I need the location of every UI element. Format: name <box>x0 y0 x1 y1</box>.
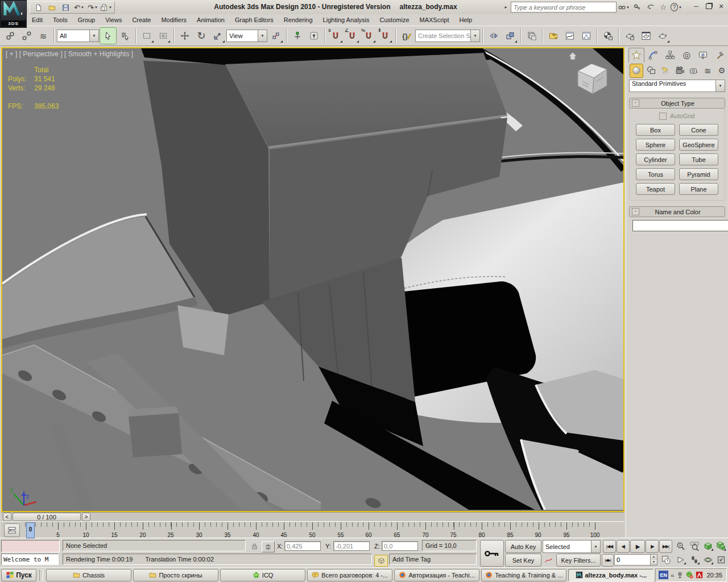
collapse-icon[interactable]: - <box>632 208 639 215</box>
timeline-ruler[interactable]: 0 0 5 10 15 20 25 30 35 40 45 50 55 60 6… <box>24 522 599 538</box>
menu-tools[interactable]: Tools <box>48 15 73 24</box>
menu-views[interactable]: Views <box>100 15 127 24</box>
key-mode-toggle[interactable]: |◀▶| <box>602 554 614 567</box>
z-coordinate-field[interactable] <box>382 541 418 551</box>
select-by-name-icon[interactable] <box>117 28 133 44</box>
tray-collapse-icon[interactable]: « <box>671 572 674 579</box>
tray-icq-status-icon[interactable] <box>686 571 693 579</box>
go-to-end-button[interactable]: ▶▶| <box>659 540 672 553</box>
zoom-icon[interactable] <box>675 540 687 552</box>
key-filter-scope-dropdown[interactable]: Selected <box>543 540 601 553</box>
save-file-button[interactable] <box>59 2 72 13</box>
window-crossing-toggle-icon[interactable] <box>155 28 171 44</box>
key-filters-button[interactable]: Key Filters... <box>556 554 601 567</box>
perspective-viewport[interactable]: [ + ] [ Perspective ] [ Smooth + Highlig… <box>1 47 624 512</box>
time-configuration-icon[interactable] <box>659 554 672 566</box>
taskbar-item-icq[interactable]: ICQ <box>220 569 305 581</box>
field-of-view-icon[interactable] <box>675 554 687 566</box>
menu-maxscript[interactable]: MAXScript <box>415 15 454 24</box>
selection-lock-icon[interactable] <box>249 541 259 551</box>
zoom-extents-all-icon[interactable] <box>715 540 727 552</box>
cylinder-button[interactable]: Cylinder <box>636 153 675 165</box>
project-folder-button[interactable]: ▼ <box>100 2 113 13</box>
walk-through-icon[interactable] <box>688 554 701 566</box>
scene-explorer-icon[interactable] <box>545 28 561 44</box>
communication-center-icon[interactable] <box>644 2 656 13</box>
help-icon[interactable]: ?▼ <box>671 2 682 13</box>
isolate-cube-icon[interactable] <box>374 555 388 567</box>
cone-button[interactable]: Cone <box>679 124 718 136</box>
sphere-button[interactable]: Sphere <box>636 139 675 151</box>
menu-graph-editors[interactable]: Graph Editors <box>230 15 279 24</box>
category-space-warps[interactable]: ≋ <box>701 64 714 77</box>
collapse-icon[interactable]: - <box>632 99 639 107</box>
tube-button[interactable]: Tube <box>679 153 718 165</box>
use-pivot-point-center-icon[interactable] <box>268 28 284 44</box>
pyramid-button[interactable]: Pyramid <box>679 168 718 180</box>
tab-motion[interactable]: ◎ <box>679 48 694 63</box>
menu-group[interactable]: Group <box>73 15 101 24</box>
current-frame-marker[interactable]: 0 <box>26 522 35 538</box>
set-key-button[interactable]: Set Key <box>505 554 541 567</box>
selection-filter-dropdown[interactable]: All <box>57 30 99 42</box>
spinner-snap-icon[interactable]: ⇕ <box>377 28 393 44</box>
percent-snap-icon[interactable]: % <box>361 28 377 44</box>
keyboard-shortcut-override-icon[interactable] <box>306 28 322 44</box>
rectangular-selection-region-icon[interactable] <box>139 28 155 44</box>
object-category-dropdown[interactable]: Standard Primitives <box>629 80 725 92</box>
next-frame-arrow[interactable]: > <box>82 513 90 521</box>
named-selection-sets-dropdown[interactable]: Create Selection Se <box>415 30 480 42</box>
taskbar-item-chassis[interactable]: Chassis <box>46 569 131 581</box>
auto-key-button[interactable]: Auto Key <box>505 540 541 553</box>
geosphere-button[interactable]: GeoSphere <box>679 139 718 151</box>
search-icon[interactable]: ▼ <box>618 2 630 13</box>
angle-snap-icon[interactable]: ∠ <box>344 28 360 44</box>
tab-create[interactable] <box>628 48 644 63</box>
curve-editor-icon[interactable] <box>562 28 578 44</box>
menu-edit[interactable]: Edit <box>27 15 48 24</box>
object-name-input[interactable] <box>632 220 728 231</box>
keyword-search-input[interactable] <box>511 2 617 13</box>
tab-hierarchy[interactable] <box>662 48 678 63</box>
box-button[interactable]: Box <box>636 124 675 136</box>
current-frame-field[interactable] <box>615 555 650 565</box>
new-file-button[interactable] <box>32 2 44 13</box>
frame-spinner[interactable]: ▲▼ <box>650 555 657 565</box>
minimize-button[interactable]: ─ <box>692 2 701 11</box>
bind-to-space-warp-icon[interactable]: ≋ <box>35 28 51 44</box>
tab-modify[interactable] <box>645 48 661 63</box>
x-coordinate-field[interactable] <box>284 541 321 551</box>
time-slider-thumb[interactable]: 0 / 100 <box>13 513 81 521</box>
category-helpers[interactable] <box>687 64 700 77</box>
open-mini-curve-editor-button[interactable] <box>4 523 20 537</box>
select-and-move-icon[interactable] <box>177 28 193 44</box>
menu-customize[interactable]: Customize <box>375 15 415 24</box>
mirror-icon[interactable] <box>486 28 502 44</box>
category-systems[interactable]: ⚙ <box>715 64 728 77</box>
unlink-selection-icon[interactable] <box>19 28 35 44</box>
taskbar-item-screens[interactable]: Просто скрины <box>133 569 218 581</box>
set-keys-button[interactable] <box>480 540 504 567</box>
object-type-rollout-header[interactable]: - Object Type <box>629 98 725 109</box>
tray-audio-icon[interactable] <box>676 571 684 579</box>
viewport-canvas[interactable] <box>2 48 623 510</box>
y-coordinate-field[interactable] <box>333 541 370 551</box>
edit-named-selection-sets-icon[interactable]: {} <box>399 28 415 44</box>
maxscript-mini-recorder[interactable] <box>1 540 60 552</box>
tab-utilities[interactable] <box>712 48 728 63</box>
tab-display[interactable] <box>695 48 711 63</box>
zoom-extents-icon[interactable] <box>702 540 714 552</box>
orbit-icon[interactable] <box>702 554 714 566</box>
layer-manager-icon[interactable] <box>524 28 540 44</box>
open-file-button[interactable] <box>46 2 58 13</box>
redo-button[interactable]: ↷▼ <box>86 2 99 13</box>
taskbar-item-teaching[interactable]: Teaching & Training & ... <box>481 569 566 581</box>
render-production-icon[interactable] <box>655 28 671 44</box>
snaps-toggle-icon[interactable]: 3 <box>328 28 344 44</box>
menu-help[interactable]: Help <box>454 15 478 24</box>
select-and-scale-icon[interactable] <box>210 28 226 44</box>
maxscript-mini-listener[interactable]: Welcome to M <box>1 554 59 565</box>
zoom-all-icon[interactable] <box>688 540 701 552</box>
close-button[interactable]: × <box>717 2 726 11</box>
teapot-button[interactable]: Teapot <box>636 183 675 195</box>
